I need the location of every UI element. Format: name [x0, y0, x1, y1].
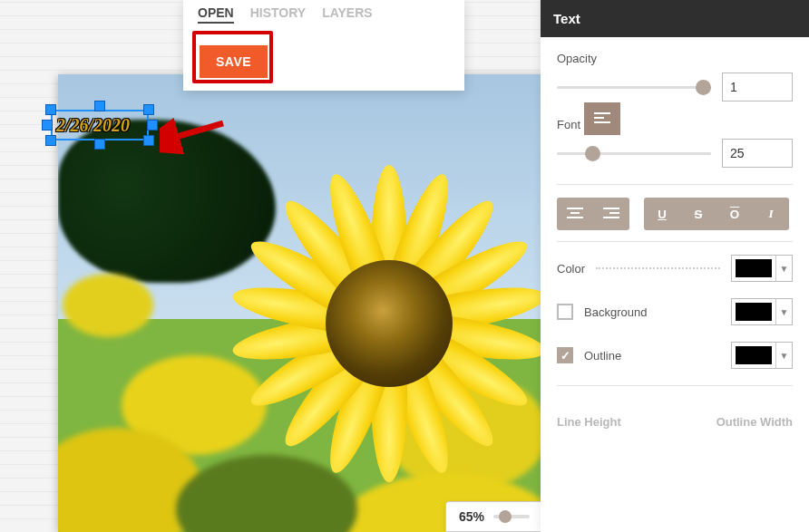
lineheight-label: Line Height: [557, 415, 621, 429]
tab-history[interactable]: HISTORY: [250, 5, 306, 24]
zoom-value: 65%: [459, 509, 484, 524]
fontsize-slider[interactable]: [557, 152, 711, 155]
resize-handle[interactable]: [143, 135, 154, 146]
flower-blob: [63, 274, 153, 337]
overline-button[interactable]: O: [716, 198, 753, 230]
tab-open[interactable]: OPEN: [198, 5, 234, 24]
chevron-down-icon: ▼: [775, 343, 792, 368]
sunflower: [221, 156, 543, 491]
annotation-highlight: SAVE: [192, 31, 273, 83]
style-group: U S O I: [644, 198, 789, 230]
zoom-slider[interactable]: [493, 515, 530, 518]
outline-label: Outline: [584, 349, 731, 363]
opacity-slider[interactable]: [557, 86, 711, 89]
underline-button[interactable]: U: [644, 198, 680, 230]
outlinewidth-label: Outline Width: [716, 415, 793, 429]
annotation-arrow-icon: [160, 118, 232, 154]
resize-handle[interactable]: [147, 120, 158, 131]
resize-handle[interactable]: [42, 120, 53, 131]
color-picker[interactable]: ▼: [731, 255, 793, 282]
main-menu: OPEN HISTORY LAYERS SAVE: [183, 0, 464, 91]
chevron-down-icon: ▼: [775, 256, 792, 281]
background-color-picker[interactable]: ▼: [731, 298, 793, 325]
panel-title: Text: [541, 0, 809, 37]
menu-tabs: OPEN HISTORY LAYERS: [192, 5, 455, 24]
resize-handle[interactable]: [45, 135, 56, 146]
canvas-text[interactable]: 2/26/2020: [56, 115, 130, 136]
opacity-input[interactable]: [722, 73, 793, 102]
background-checkbox[interactable]: [557, 304, 573, 320]
resize-handle[interactable]: [45, 104, 56, 115]
svg-line-0: [167, 123, 223, 140]
strikethrough-button[interactable]: S: [680, 198, 716, 230]
resize-handle[interactable]: [94, 139, 105, 150]
zoom-control[interactable]: 65%: [445, 501, 543, 532]
text-panel: Text Opacity Font Size U: [541, 0, 809, 532]
text-object-selection[interactable]: 2/26/2020: [44, 102, 156, 148]
tab-layers[interactable]: LAYERS: [322, 5, 373, 24]
outline-checkbox[interactable]: [557, 347, 573, 363]
fontsize-input[interactable]: [722, 139, 793, 168]
background-label: Background: [584, 305, 731, 319]
divider: [557, 241, 793, 242]
save-button[interactable]: SAVE: [200, 45, 268, 78]
align-group: [557, 198, 629, 230]
divider: [557, 385, 793, 386]
italic-button[interactable]: I: [753, 198, 789, 230]
resize-handle[interactable]: [143, 104, 154, 115]
chevron-down-icon: ▼: [775, 299, 792, 324]
resize-handle[interactable]: [94, 101, 105, 111]
outline-color-picker[interactable]: ▼: [731, 342, 793, 369]
align-right-button[interactable]: [593, 198, 629, 230]
color-label: Color: [557, 262, 585, 276]
opacity-label: Opacity: [557, 52, 793, 65]
divider: [557, 184, 793, 185]
align-center-button[interactable]: [557, 198, 593, 230]
dotted-line: [596, 267, 720, 269]
